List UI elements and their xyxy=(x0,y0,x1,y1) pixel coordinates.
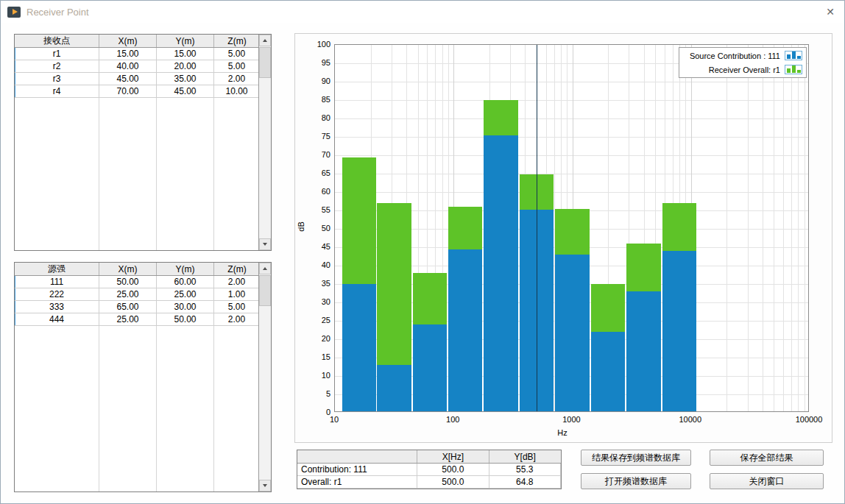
receiver-point-window: Receiver Point ✕ 接收点X(m)Y(m)Z(m)r115.001… xyxy=(0,0,845,504)
table-cell[interactable]: 333 xyxy=(15,301,99,313)
spectrum-chart: dB Hz Source Contribution : 111Receiver … xyxy=(294,33,832,443)
table-cell[interactable]: r1 xyxy=(15,48,99,60)
table-cell[interactable]: 500.0 xyxy=(417,476,489,489)
contribution-bar-segment xyxy=(555,255,590,412)
scroll-down-button[interactable] xyxy=(259,480,271,491)
table-cell[interactable]: 222 xyxy=(15,288,99,301)
scroll-up-button[interactable] xyxy=(259,35,271,46)
table-cell[interactable]: 500.0 xyxy=(417,464,489,476)
y-tick-label: 90 xyxy=(305,77,330,85)
y-tick-label: 35 xyxy=(305,279,330,288)
table-row[interactable]: 22225.0025.001.00 xyxy=(15,288,271,301)
table-cell[interactable]: 25.00 xyxy=(157,288,214,301)
y-tick-label: 5 xyxy=(305,389,330,398)
legend-item[interactable]: Source Contribution : 111 xyxy=(679,49,806,63)
save-to-spectrum-db-button[interactable]: 结果保存到频谱数据库 xyxy=(581,450,691,466)
scroll-down-button[interactable] xyxy=(259,238,271,250)
vertical-scrollbar[interactable] xyxy=(258,263,271,491)
vertical-scrollbar[interactable] xyxy=(258,35,271,250)
gridline-vertical-minor xyxy=(763,45,763,411)
x-tick-label: 10 xyxy=(308,415,360,424)
table-cell[interactable]: 60.00 xyxy=(157,276,214,288)
table-cell[interactable]: 30.00 xyxy=(157,301,214,313)
table-cell[interactable]: r3 xyxy=(15,73,99,85)
table-cell[interactable]: 70.00 xyxy=(99,85,157,98)
table-row[interactable]: r115.0015.005.00 xyxy=(15,48,271,60)
table-cell[interactable]: 50.00 xyxy=(99,276,157,288)
table-cell[interactable]: 35.00 xyxy=(157,73,214,85)
source-strength-table[interactable]: 源强X(m)Y(m)Z(m)11150.0060.002.0022225.002… xyxy=(14,262,272,492)
table-cell[interactable]: Contribution: 111 xyxy=(297,464,417,476)
column-header: 接收点 xyxy=(15,35,99,47)
column-header: Y(m) xyxy=(157,263,214,275)
scrollbar-thumb[interactable] xyxy=(259,47,271,78)
table-cell[interactable]: 5.00 xyxy=(214,301,260,313)
gridline-vertical-minor xyxy=(726,45,727,411)
x-tick-label: 100 xyxy=(427,415,478,424)
table-cell[interactable]: 10.00 xyxy=(214,85,260,98)
table-cell[interactable]: 20.00 xyxy=(157,60,214,73)
table-cell[interactable]: 15.00 xyxy=(157,48,214,60)
overall-bar-segment xyxy=(626,244,661,291)
y-tick-label: 25 xyxy=(305,316,330,324)
table-cell[interactable]: 50.00 xyxy=(157,313,214,326)
table-cell[interactable]: 2.00 xyxy=(214,313,260,326)
legend-item[interactable]: Receiver Overall: r1 xyxy=(679,63,806,77)
column-header: Z(m) xyxy=(214,263,260,275)
table-row[interactable]: Contribution: 111500.055.3 xyxy=(297,464,561,476)
close-icon[interactable]: ✕ xyxy=(826,6,835,18)
gridline-vertical-minor xyxy=(791,45,792,411)
legend-plot-icon xyxy=(785,51,802,60)
table-cell[interactable]: 45.00 xyxy=(157,85,214,98)
scroll-up-button[interactable] xyxy=(259,263,271,274)
table-cell[interactable]: 2.00 xyxy=(214,73,260,85)
table-cell[interactable]: 25.00 xyxy=(99,288,157,301)
table-cell[interactable]: 5.00 xyxy=(214,48,260,60)
y-tick-label: 55 xyxy=(305,205,330,214)
table-cell[interactable]: 15.00 xyxy=(99,48,157,60)
cursor-readout-table: X[Hz]Y[dB]Contribution: 111500.055.3Over… xyxy=(297,450,562,489)
contribution-bar-segment xyxy=(484,135,518,413)
save-all-results-button[interactable]: 保存全部结果 xyxy=(710,450,824,466)
y-tick-label: 80 xyxy=(305,113,330,122)
table-cell[interactable]: 2.00 xyxy=(214,276,260,288)
table-cell[interactable]: Overall: r1 xyxy=(297,476,417,489)
table-row[interactable]: r240.0020.005.00 xyxy=(15,60,271,73)
x-tick-label: 10000 xyxy=(665,415,716,424)
y-tick-label: 10 xyxy=(305,371,330,380)
contribution-bar-segment xyxy=(591,332,626,412)
table-cell[interactable]: 65.00 xyxy=(99,301,157,313)
y-axis-label: dB xyxy=(297,221,305,231)
table-cell[interactable]: r2 xyxy=(15,60,99,73)
table-row[interactable]: r470.0045.0010.00 xyxy=(15,85,271,98)
scrollbar-thumb[interactable] xyxy=(259,275,271,306)
table-row[interactable]: 33365.0030.005.00 xyxy=(15,301,271,313)
gridline-vertical-minor xyxy=(783,45,784,411)
plot-area[interactable] xyxy=(334,44,809,412)
table-row[interactable]: r345.0035.002.00 xyxy=(15,73,271,85)
table-row[interactable]: 44425.0050.002.00 xyxy=(15,313,271,326)
table-cell[interactable]: 55.3 xyxy=(489,464,561,476)
table-cell[interactable]: 40.00 xyxy=(99,60,157,73)
y-tick-label: 50 xyxy=(305,224,330,233)
table-cell[interactable]: 45.00 xyxy=(99,73,157,85)
open-spectrum-db-button[interactable]: 打开频谱数据库 xyxy=(581,473,691,489)
contribution-bar-segment xyxy=(377,365,411,412)
table-cell[interactable]: 5.00 xyxy=(214,60,260,73)
chart-cursor[interactable] xyxy=(537,45,537,412)
gridline-vertical-minor xyxy=(805,45,805,411)
y-tick-label: 20 xyxy=(305,334,330,343)
table-cell[interactable]: 25.00 xyxy=(99,313,157,326)
table-cell[interactable]: 1.00 xyxy=(214,288,260,301)
table-cell[interactable]: 444 xyxy=(15,313,99,326)
close-window-button[interactable]: 关闭窗口 xyxy=(710,473,824,489)
table-cell[interactable]: 111 xyxy=(15,276,99,288)
table-row[interactable]: 11150.0060.002.00 xyxy=(15,276,271,288)
receiver-point-table[interactable]: 接收点X(m)Y(m)Z(m)r115.0015.005.00r240.0020… xyxy=(14,34,272,251)
title-bar[interactable]: Receiver Point xyxy=(1,1,844,23)
chart-legend[interactable]: Source Contribution : 111Receiver Overal… xyxy=(679,47,807,78)
y-tick-label: 70 xyxy=(305,150,330,159)
table-cell[interactable]: 64.8 xyxy=(489,476,561,489)
table-row[interactable]: Overall: r1500.064.8 xyxy=(297,476,561,489)
table-cell[interactable]: r4 xyxy=(15,85,99,98)
